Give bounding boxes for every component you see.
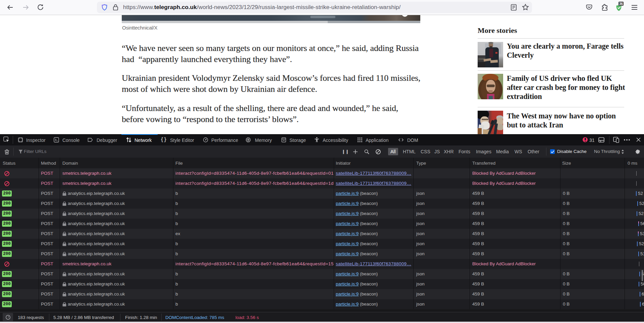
- svg-text:36: 36: [619, 2, 623, 6]
